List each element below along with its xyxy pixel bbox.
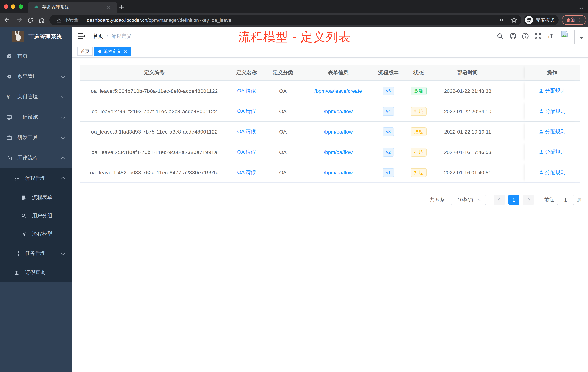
sidebar-item-devtools[interactable]: 研发工具 [0,127,72,148]
pagination: 共 5 条 10条/页 1 前往 1 页 [430,195,582,205]
cell-time: 2022-01-22 21:48:38 [435,81,500,101]
back-button[interactable] [4,17,10,23]
url-path: /bpm/manager/definition?key=oa_leave [147,17,231,23]
sidebar-item-process-mgmt[interactable]: 流程管理 [0,168,72,188]
name-link[interactable]: OA 请假 [237,88,256,94]
definition-table: 定义编号 定义名称 定义分类 表单信息 流程版本 状态 部署时间 操作 oa_l… [80,65,580,183]
form-link[interactable]: /bpm/oa/leave/create [314,88,362,94]
breadcrumb: 首页 / 流程定义 [93,33,132,40]
assign-rule-link[interactable]: 分配规则 [539,108,566,114]
person-icon [14,270,19,275]
help-icon[interactable] [521,32,529,40]
cell-category: OA [264,81,302,101]
form-link[interactable]: /bpm/oa/flow [324,149,353,155]
status-badge: 挂起 [410,148,427,156]
sidebar-item-label: 基础设施 [17,114,38,120]
sidebar-submenu-workflow: 流程管理 流程表单 用户分组 流程模型 任务管 [0,168,72,282]
form-link[interactable]: /bpm/oa/flow [324,129,353,134]
forward-button[interactable] [16,17,22,23]
table-row: oa_leave:1:482ec033-762a-11ec-8477-a2380… [80,162,580,183]
sidebar-item-payment[interactable]: ¥ 支付管理 [0,87,72,107]
form-link[interactable]: /bpm/oa/flow [324,108,353,114]
goto-page-input[interactable]: 1 [557,195,574,205]
font-size-icon[interactable]: TT [546,32,555,40]
sidebar-item-process-form[interactable]: 流程表单 [0,188,72,207]
cell-filler [500,81,525,101]
sidebar-item-system[interactable]: 系统管理 [0,66,72,87]
url-bar[interactable]: 不安全 dashboard.yudao.iocoder.cn/bpm/manag… [50,15,521,25]
new-tab-button[interactable] [119,5,124,10]
cell-id: oa_leave:4:991f2193-7b7f-11ec-a3c8-acde4… [80,101,229,121]
update-label: 更新 [566,17,576,23]
browser-tab[interactable]: 芋道管理系统 [28,2,117,13]
page-size-select[interactable]: 10条/页 [451,195,486,205]
tag-close-icon[interactable] [124,50,127,53]
assign-rule-link[interactable]: 分配规则 [539,128,566,135]
security-label[interactable]: 不安全 [64,17,79,23]
sidebar-item-task-mgmt[interactable]: 任务管理 [0,243,72,263]
prev-page-button[interactable] [494,195,505,205]
assign-rule-link[interactable]: 分配规则 [539,149,566,155]
name-link[interactable]: OA 请假 [237,108,256,114]
incognito-badge: 无痕模式 [524,15,558,25]
cell-version: v2 [375,142,402,162]
update-button[interactable]: 更新 [562,15,586,25]
password-key-icon[interactable] [500,17,506,23]
traffic-zoom-button[interactable] [18,4,23,9]
sidebar-item-process-model[interactable]: 流程模型 [0,225,72,243]
hamburger-icon[interactable] [78,33,85,39]
sidebar-logo[interactable]: 芋道管理系统 [0,27,72,46]
traffic-close-button[interactable] [4,4,8,9]
assign-rule-link[interactable]: 分配规则 [539,169,566,176]
sidebar-item-workflow[interactable]: 工作流程 [0,148,72,168]
home-button[interactable] [39,17,45,23]
tag-home[interactable]: 首页 [77,47,93,56]
cell-category: OA [264,142,302,162]
browser-toolbar: 不安全 dashboard.yudao.iocoder.cn/bpm/manag… [0,13,588,27]
tag-process-definition[interactable]: 流程定义 [94,47,131,56]
bookmark-star-icon[interactable] [511,17,517,23]
incognito-label: 无痕模式 [536,17,555,24]
assign-rule-link[interactable]: 分配规则 [539,88,566,94]
sidebar-item-leave-query[interactable]: 请假查询 [0,263,72,282]
logo-title: 芋道管理系统 [28,33,62,40]
fullscreen-icon[interactable] [534,32,542,40]
reload-button[interactable] [27,17,33,23]
active-dot-icon [98,50,101,53]
current-page-button[interactable]: 1 [508,195,519,205]
breadcrumb-home[interactable]: 首页 [93,33,103,40]
cell-form: /bpm/oa/flow [302,121,375,142]
browser-menu-icon[interactable] [578,18,579,22]
traffic-minimize-button[interactable] [11,4,15,9]
breadcrumb-separator: / [106,33,108,39]
status-badge: 挂起 [410,127,427,136]
search-icon[interactable] [496,32,504,40]
sidebar-item-home[interactable]: 首页 [0,46,72,66]
page-size-value: 10条/页 [457,197,473,203]
tags-view-bar: 首页 流程定义 [72,45,588,57]
name-link[interactable]: OA 请假 [237,128,256,135]
cell-version: v5 [375,81,402,101]
form-link[interactable]: /bpm/oa/flow [324,169,353,175]
sidebar-item-label: 研发工具 [17,134,38,141]
github-icon[interactable] [509,32,517,40]
avatar-caret-icon[interactable] [580,37,583,39]
tab-search-chevron-icon[interactable] [579,7,583,10]
cell-status: 激活 [402,81,435,101]
cell-category: OA [264,162,302,182]
cell-form: /bpm/oa/flow [302,101,375,121]
plane-icon [21,231,26,237]
sidebar-item-user-group[interactable]: 用户分组 [0,207,72,225]
user-avatar[interactable] [560,30,575,44]
next-page-button[interactable] [523,195,534,205]
chevron-down-icon [61,94,65,98]
cell-name: OA 请假 [229,121,264,142]
chevron-down-icon [61,73,65,78]
name-link[interactable]: OA 请假 [237,169,256,176]
cell-version: v4 [375,101,402,121]
sidebar-item-label: 支付管理 [17,94,38,100]
action-label: 分配规则 [545,128,566,135]
sidebar-item-infra[interactable]: 基础设施 [0,107,72,127]
name-link[interactable]: OA 请假 [237,149,256,155]
tab-close-icon[interactable] [107,5,111,10]
